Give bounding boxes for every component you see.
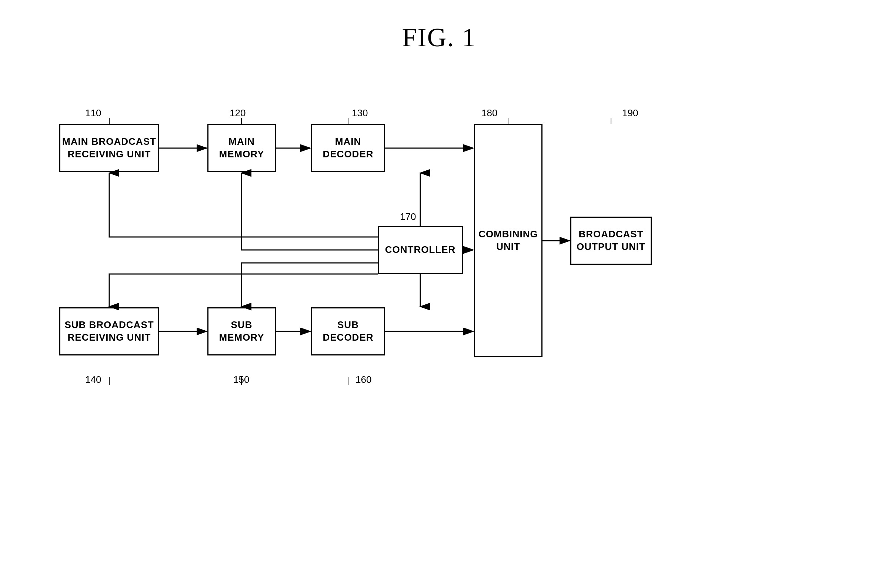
- diagram-arrows: [37, 104, 841, 566]
- page-title: FIG. 1: [0, 0, 878, 53]
